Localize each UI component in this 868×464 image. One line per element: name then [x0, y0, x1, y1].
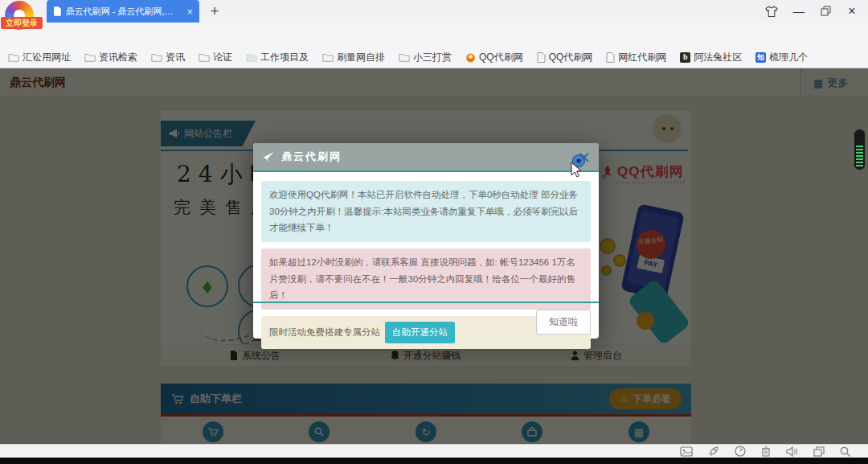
- side-indicator-widget: [854, 129, 866, 170]
- zhihu-icon: 知: [755, 52, 766, 63]
- bookmark-item[interactable]: 工作项目及: [246, 51, 309, 64]
- folder-light-icon: [246, 52, 257, 62]
- paper-plane-icon: [263, 151, 275, 162]
- announcement-modal: 鼎云代刷网 ✕ 欢迎使用QQ代刷网！本站已开启软件自动处理，下单0秒自动处理 部…: [253, 143, 599, 339]
- bookmark-item[interactable]: 汇讼用网址: [8, 51, 71, 64]
- service-alert: 如果超过12小时没刷的，请联系客服 直接说明问题，如: 帐号123456 1万名…: [261, 248, 591, 310]
- folder-icon: [399, 52, 410, 62]
- bookmark-item[interactable]: 论证: [199, 51, 232, 64]
- theme-shirt-icon[interactable]: [762, 3, 781, 19]
- browser-titlebar: 鼎云代刷网 - 鼎云代刷网,鼎云 × + — ×: [0, 0, 868, 23]
- page-icon: [606, 52, 615, 63]
- modal-footer: 知道啦: [253, 302, 599, 339]
- bookmark-item[interactable]: 小三打赏: [399, 51, 452, 64]
- folder-icon: [322, 52, 334, 62]
- folder-icon: [151, 52, 162, 62]
- folder-icon: [8, 52, 19, 62]
- windows-cascade-icon[interactable]: [813, 446, 825, 457]
- close-window-button[interactable]: ×: [842, 3, 862, 19]
- mouse-cursor: [563, 151, 588, 179]
- bookmark-item[interactable]: 知梳理几个: [755, 51, 808, 64]
- bookmark-item[interactable]: 资讯检索: [84, 51, 137, 64]
- boost-rocket-icon[interactable]: [708, 446, 719, 457]
- browser-tab[interactable]: 鼎云代刷网 - 鼎云代刷网,鼎云 ×: [47, 0, 199, 23]
- bookmark-item[interactable]: QQ代刷网: [465, 51, 523, 64]
- bookmark-item[interactable]: 网红代刷网: [606, 51, 666, 64]
- bookmark-item[interactable]: 刷量网自排: [322, 51, 385, 64]
- community-b-icon: b: [680, 52, 690, 63]
- minimize-button[interactable]: —: [789, 3, 809, 19]
- taskbar-strip: [0, 458, 868, 464]
- folder-icon: [199, 52, 210, 62]
- speed-gauge-icon[interactable]: [735, 446, 746, 457]
- bookmarks-bar: 汇讼用网址 资讯检索 资讯 论证 工作项目及 刷量网自排 小三打赏 QQ代刷网 …: [0, 47, 868, 68]
- page-icon: [53, 6, 61, 16]
- welcome-alert: 欢迎使用QQ代刷网！本站已开启软件自动处理，下单0秒自动处理 部分业务30分钟之…: [261, 181, 591, 242]
- login-badge[interactable]: 立即登录: [1, 17, 43, 29]
- screenshot-icon[interactable]: [680, 446, 693, 457]
- new-tab-button[interactable]: +: [206, 2, 223, 21]
- bookmark-item[interactable]: QQ代刷网: [537, 51, 593, 64]
- modal-header: 鼎云代刷网 ✕: [253, 143, 599, 172]
- trash-icon[interactable]: [761, 446, 771, 457]
- browser-statusbar: [0, 444, 868, 458]
- zoom-search-icon[interactable]: [840, 446, 850, 457]
- browser-toolbar: ‹ › ↻ ⌂ ↶ ☆ ✕ http://ds.qvnidaye.com/ ϟ …: [0, 23, 868, 47]
- qq-site-icon: [465, 52, 476, 63]
- restore-button[interactable]: [816, 3, 835, 19]
- tab-close-icon[interactable]: ×: [186, 6, 193, 18]
- folder-icon: [84, 52, 96, 62]
- volume-icon[interactable]: [786, 446, 798, 457]
- bookmark-item[interactable]: b阿法兔社区: [680, 51, 742, 64]
- bookmark-item[interactable]: 资讯: [151, 51, 185, 64]
- tab-title: 鼎云代刷网 - 鼎云代刷网,鼎云: [66, 6, 182, 18]
- page-icon: [537, 52, 546, 63]
- modal-title: 鼎云代刷网: [281, 150, 342, 164]
- confirm-button[interactable]: 知道啦: [536, 310, 591, 335]
